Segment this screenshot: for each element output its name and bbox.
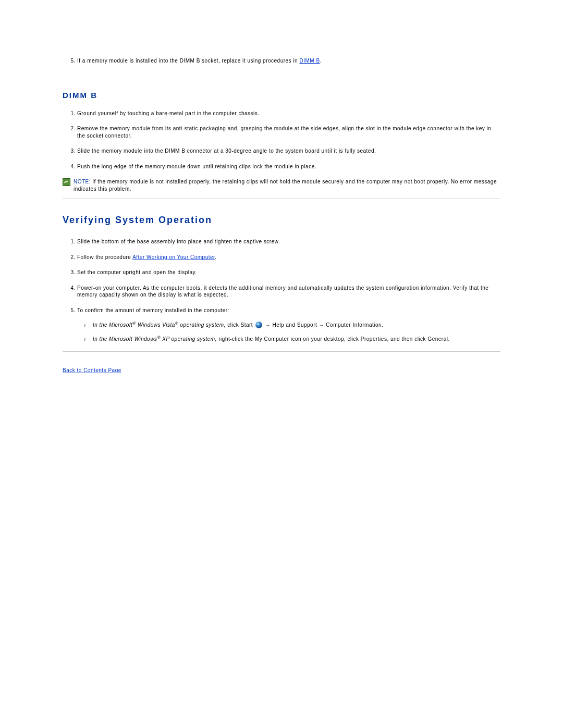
- page-content: If a memory module is installed into the…: [0, 0, 563, 373]
- computer-info: Computer Information: [326, 322, 382, 328]
- text: If a memory module is installed into the…: [77, 58, 299, 64]
- back-link-container: Back to Contents Page: [63, 367, 500, 373]
- dimm-b-list: Ground yourself by touching a bare-metal…: [63, 110, 500, 170]
- dimm-b-heading: DIMM B: [63, 91, 500, 100]
- note-text: NOTE: If the memory module is not instal…: [74, 178, 500, 192]
- start-orb-icon: [255, 322, 262, 328]
- list-item: Remove the memory module from its anti-s…: [77, 125, 500, 139]
- os-sublist: In the Microsoft® Windows Vista® operati…: [77, 321, 500, 343]
- verify-heading: Verifying System Operation: [63, 215, 500, 226]
- text: XP operating system,: [161, 336, 217, 342]
- note-body: If the memory module is not installed pr…: [74, 179, 497, 192]
- sublist-item-xp: In the Microsoft Windows® XP operating s…: [93, 335, 500, 343]
- top-ordered-list: If a memory module is installed into the…: [63, 57, 500, 65]
- list-item: Set the computer upright and open the di…: [77, 269, 500, 276]
- text: .: [448, 336, 449, 342]
- list-item: Power-on your computer. As the computer …: [77, 285, 500, 299]
- text: operating system,: [178, 322, 226, 328]
- text: To confirm the amount of memory installe…: [77, 307, 229, 313]
- note-block: NOTE: If the memory module is not instal…: [63, 178, 500, 192]
- text: click: [226, 322, 241, 328]
- note-label: NOTE:: [74, 179, 91, 184]
- start-label: Start: [240, 322, 253, 328]
- text: In the Microsoft: [93, 322, 132, 328]
- list-item: Ground yourself by touching a bare-metal…: [77, 110, 500, 117]
- text: right-click the: [217, 336, 255, 342]
- help-support: Help and Support: [272, 322, 317, 328]
- list-item: To confirm the amount of memory installe…: [77, 307, 500, 343]
- text: .: [215, 254, 216, 260]
- text: .: [382, 322, 383, 328]
- list-item: Follow the procedure After Working on Yo…: [77, 254, 500, 261]
- text: .: [320, 58, 322, 64]
- properties: Properties: [361, 336, 387, 342]
- arrow: →: [317, 322, 326, 328]
- after-working-link[interactable]: After Working on Your Computer: [132, 254, 215, 260]
- text: , and then click: [387, 336, 427, 342]
- text: Windows Vista: [136, 322, 175, 328]
- text: icon on your desktop, click: [289, 336, 360, 342]
- list-item: Push the long edge of the memory module …: [77, 163, 500, 170]
- top-list-item-5: If a memory module is installed into the…: [77, 57, 500, 65]
- list-item: Slide the bottom of the base assembly in…: [77, 238, 500, 245]
- verify-list: Slide the bottom of the base assembly in…: [63, 238, 500, 343]
- dimm-b-link[interactable]: DIMM B: [299, 58, 320, 64]
- separator: [63, 351, 500, 352]
- note-icon: [63, 178, 70, 186]
- sublist-item-vista: In the Microsoft® Windows Vista® operati…: [93, 321, 500, 329]
- my-computer: My Computer: [255, 336, 289, 342]
- back-to-contents-link[interactable]: Back to Contents Page: [63, 367, 121, 373]
- separator: [63, 199, 500, 199]
- arrow: →: [263, 322, 272, 328]
- text: In the Microsoft Windows: [93, 336, 157, 342]
- general: General: [427, 336, 448, 342]
- text: Follow the procedure: [77, 254, 132, 260]
- list-item: Slide the memory module into the DIMM B …: [77, 147, 500, 155]
